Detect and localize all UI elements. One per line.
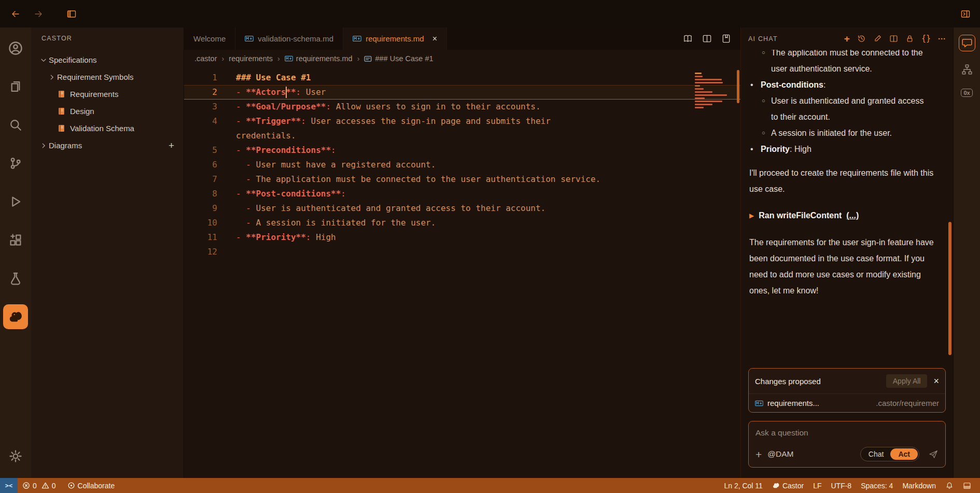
line-number: 6 — [184, 158, 217, 172]
status-bar: >< 0 0 Collaborate Ln 2, Col 11 Castor L… — [0, 478, 980, 493]
notebook-icon[interactable] — [721, 34, 731, 44]
code-line[interactable]: 6 - User must have a registered account. — [184, 158, 740, 172]
add-context-button[interactable]: + — [755, 449, 762, 460]
breadcrumb-item[interactable]: requirements.md — [285, 54, 353, 63]
mode-act-option[interactable]: Act — [890, 448, 918, 460]
cursor-position[interactable]: Ln 2, Col 11 — [719, 478, 767, 493]
code-line[interactable]: 9 - User is authenticated and granted ac… — [184, 201, 740, 216]
chat-input[interactable]: Ask a question — [755, 428, 939, 438]
breadcrumb-item[interactable]: .castor — [194, 54, 217, 63]
mode-toggle[interactable]: Chat Act — [860, 447, 919, 461]
code-line-wrap[interactable]: credentials. — [184, 129, 740, 143]
split-editor-icon[interactable] — [702, 34, 712, 44]
editor-scrollbar[interactable] — [737, 70, 739, 103]
sidebar-item-design[interactable]: Design — [31, 103, 184, 120]
send-icon[interactable] — [928, 449, 939, 459]
minimap[interactable] — [695, 73, 732, 111]
editor-group: Welcome validation-schema.md requirement… — [184, 27, 740, 478]
language-indicator[interactable]: Markdown — [898, 478, 941, 493]
more-icon[interactable]: ··· — [938, 35, 946, 43]
chat-bubble-icon[interactable] — [959, 35, 975, 51]
tree-item-label: Validation Schema — [70, 124, 134, 133]
code-line[interactable]: 2- **Actors**: User — [184, 85, 740, 100]
edit-icon[interactable] — [873, 34, 882, 43]
minimap-line — [695, 97, 705, 99]
castor-icon — [772, 482, 780, 489]
toggle-sidebar-icon[interactable] — [66, 9, 77, 19]
code-line[interactable]: 1### Use Case #1 — [184, 71, 740, 85]
close-icon[interactable]: × — [432, 34, 437, 44]
line-number: 10 — [184, 216, 217, 230]
run-debug-icon[interactable] — [3, 189, 28, 214]
code-line[interactable]: 11- **Priority**: High — [184, 230, 740, 245]
sidebar-item-validation-schema[interactable]: Validation Schema — [31, 120, 184, 137]
castor-status-item[interactable]: Castor — [767, 478, 808, 493]
lock-icon[interactable] — [905, 34, 914, 43]
close-icon[interactable]: × — [933, 376, 939, 386]
markdown-icon — [755, 399, 763, 407]
code-line-content: ### Use Case #1 — [236, 71, 311, 85]
sidebar-item-specifications[interactable]: Specifications — [31, 51, 184, 68]
chat-block-tool[interactable]: ▶Ran writeFileContent(...) — [749, 209, 945, 222]
chat-body[interactable]: ○The application must be connected to th… — [741, 50, 953, 368]
code-line[interactable]: 8- **Post-conditions**: — [184, 187, 740, 201]
hierarchy-icon[interactable] — [961, 64, 973, 75]
testing-icon[interactable] — [3, 266, 28, 291]
toggle-panel-right-icon[interactable] — [960, 9, 971, 19]
tab-requirements[interactable]: requirements.md × — [343, 27, 447, 50]
open-preview-icon[interactable] — [683, 34, 693, 44]
expand-arrow-icon[interactable]: ▶ — [749, 209, 754, 222]
nav-back-icon[interactable] — [10, 9, 21, 19]
code-line[interactable]: 5- **Preconditions**: — [184, 143, 740, 158]
split-columns-icon[interactable] — [889, 34, 898, 43]
ai-chat-panel: AI CHAT + {} ··· ○The application must b… — [740, 27, 953, 478]
chat-scrollbar[interactable] — [948, 222, 951, 356]
account-icon[interactable] — [3, 36, 28, 61]
code-line[interactable]: 7 - The application must be connected to… — [184, 172, 740, 187]
nav-forward-icon[interactable] — [33, 9, 44, 19]
code-line[interactable]: 12 — [184, 245, 740, 259]
castor-icon[interactable] — [3, 304, 28, 329]
search-icon[interactable] — [3, 112, 28, 137]
code-line[interactable]: 10 - A session is initiated for the user… — [184, 216, 740, 230]
remote-indicator[interactable]: >< — [0, 478, 18, 493]
changed-file-row[interactable]: requirements... .castor/requiremer — [749, 393, 945, 412]
sidebar-item-requirement-symbols[interactable]: Requirement Symbols — [31, 68, 184, 86]
chat-block-sub: ○User is authenticated and granted acces… — [741, 93, 953, 125]
code-line[interactable]: 4- **Trigger**: User accesses the sign-i… — [184, 114, 740, 129]
breadcrumb-item[interactable]: ### Use Case #1 — [364, 54, 433, 63]
tab-validation-schema[interactable]: validation-schema.md — [235, 27, 343, 50]
source-control-icon[interactable] — [3, 151, 28, 176]
error-count: 0 — [33, 482, 37, 490]
history-icon[interactable] — [857, 34, 866, 43]
apply-all-button[interactable]: Apply All — [886, 374, 928, 388]
breadcrumb-item[interactable]: requirements — [229, 54, 273, 63]
chat-input-card[interactable]: Ask a question + @DAM Chat Act — [748, 421, 946, 468]
mode-chat-option[interactable]: Chat — [862, 448, 891, 460]
minimap-line — [695, 107, 704, 108]
sidebar-title: CASTOR — [31, 27, 184, 49]
collaborate-button[interactable]: Collaborate — [63, 478, 120, 493]
settings-gear-icon[interactable] — [3, 444, 28, 469]
mention-chip[interactable]: @DAM — [767, 449, 793, 459]
extensions-icon[interactable] — [3, 228, 28, 252]
hex-icon[interactable]: 0x — [961, 88, 972, 97]
panel-layout-icon[interactable] — [958, 478, 976, 493]
sidebar-item-diagrams[interactable]: Diagrams + — [31, 137, 184, 154]
code-line[interactable]: 3- **Goal/Purpose**: Allow users to sign… — [184, 100, 740, 114]
encoding-indicator[interactable]: UTF-8 — [826, 478, 856, 493]
indentation-indicator[interactable]: Spaces: 4 — [856, 478, 898, 493]
app-window: CASTOR Specifications Requirement Symbol… — [0, 0, 980, 493]
add-diagram-button[interactable]: + — [169, 140, 174, 150]
code-editor[interactable]: 1### Use Case #12- **Actors**: User3- **… — [184, 67, 740, 478]
sidebar-item-requirements[interactable]: Requirements — [31, 86, 184, 103]
add-icon[interactable]: + — [844, 34, 850, 44]
markdown-icon — [285, 54, 293, 63]
explorer-icon[interactable] — [3, 74, 28, 99]
tab-welcome[interactable]: Welcome — [184, 27, 235, 50]
braces-icon[interactable]: {} — [921, 35, 931, 43]
minimap-line — [695, 94, 727, 96]
problems-indicator[interactable]: 0 0 — [18, 478, 63, 493]
eol-indicator[interactable]: LF — [808, 478, 826, 493]
notifications-bell-icon[interactable] — [941, 478, 958, 493]
